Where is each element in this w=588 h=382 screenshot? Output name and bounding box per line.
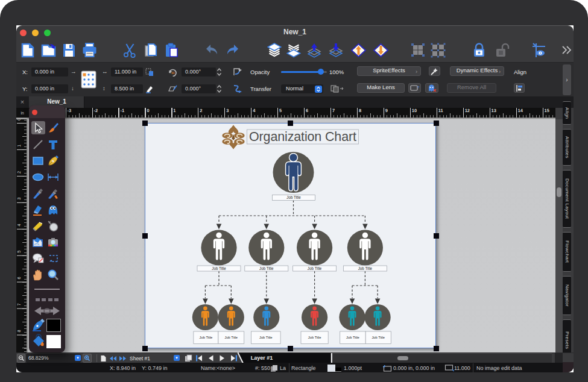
svg-text:1: 1 (16, 145, 22, 147)
svg-text:12: 12 (465, 108, 470, 113)
svg-text:6: 6 (306, 108, 308, 113)
svg-text:4: 4 (16, 224, 22, 227)
svg-text:13: 13 (492, 108, 496, 113)
svg-text:7: 7 (332, 108, 335, 113)
svg-text:5: 5 (279, 108, 282, 113)
svg-text:3: 3 (16, 198, 22, 200)
svg-text:6: 6 (16, 277, 22, 279)
svg-text:1: 1 (173, 108, 175, 113)
svg-text:2: 2 (16, 171, 22, 174)
svg-text:?: ? (417, 86, 420, 89)
svg-text:7: 7 (16, 303, 22, 305)
svg-text:2: 2 (200, 108, 202, 113)
svg-text:-1: -1 (120, 108, 124, 113)
svg-text:8: 8 (359, 108, 361, 113)
svg-text:14: 14 (518, 108, 523, 113)
svg-text:9: 9 (385, 108, 388, 113)
svg-text:5: 5 (16, 251, 22, 253)
svg-text:3: 3 (226, 108, 229, 113)
svg-text:0: 0 (16, 119, 22, 121)
svg-text:8: 8 (16, 330, 22, 332)
svg-text:10: 10 (412, 108, 417, 113)
svg-text:0: 0 (147, 108, 149, 113)
svg-text:4: 4 (253, 108, 256, 113)
svg-text:90: 90 (171, 71, 175, 75)
svg-text:-2: -2 (94, 108, 98, 113)
svg-text:-3: -3 (68, 108, 72, 113)
svg-text:11: 11 (438, 108, 443, 113)
svg-text:15: 15 (545, 108, 549, 113)
